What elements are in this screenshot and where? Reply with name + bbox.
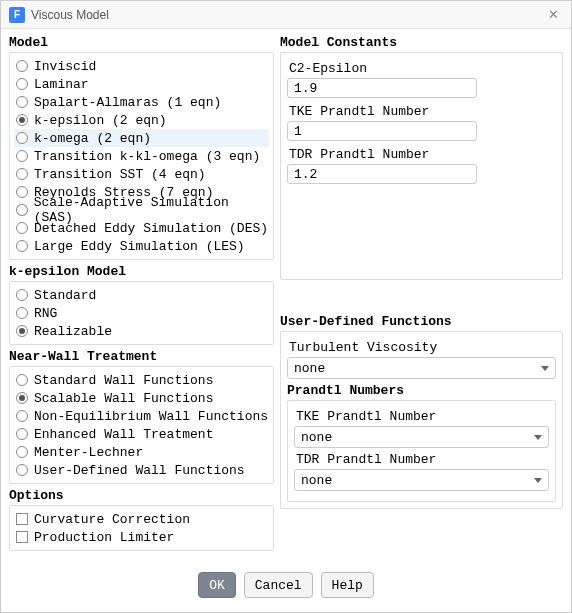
model-option[interactable]: Scale-Adaptive Simulation (SAS) <box>14 201 269 219</box>
nearwall-option-label: Scalable Wall Functions <box>34 391 213 406</box>
model-option[interactable]: k-omega (2 eqn) <box>14 129 269 147</box>
nearwall-option-label: User-Defined Wall Functions <box>34 463 245 478</box>
radio-icon <box>16 428 28 440</box>
checkbox-icon <box>16 531 28 543</box>
nearwall-options-box: Standard Wall FunctionsScalable Wall Fun… <box>9 366 274 484</box>
radio-icon <box>16 186 28 198</box>
cancel-button[interactable]: Cancel <box>244 572 313 598</box>
model-option-label: Laminar <box>34 77 89 92</box>
model-option[interactable]: Detached Eddy Simulation (DES) <box>14 219 269 237</box>
radio-icon <box>16 446 28 458</box>
constant-field-input[interactable] <box>287 164 477 184</box>
model-option[interactable]: Laminar <box>14 75 269 93</box>
radio-icon <box>16 240 28 252</box>
radio-icon <box>16 464 28 476</box>
dialog-body: Model InviscidLaminarSpalart-Allmaras (1… <box>1 29 571 562</box>
options-checkbox-label: Curvature Correction <box>34 512 190 527</box>
constant-field-label: TDR Prandtl Number <box>289 147 556 162</box>
window-title: Viscous Model <box>31 8 543 22</box>
app-icon: F <box>9 7 25 23</box>
kepsilon-option[interactable]: Realizable <box>14 322 269 340</box>
model-option[interactable]: Spalart-Allmaras (1 eqn) <box>14 93 269 111</box>
kepsilon-option[interactable]: Standard <box>14 286 269 304</box>
options-checkbox-label: Production Limiter <box>34 530 174 545</box>
options-group: Options Curvature CorrectionProduction L… <box>9 488 274 551</box>
radio-icon <box>16 222 28 234</box>
constants-group: Model Constants C2-EpsilonTKE Prandtl Nu… <box>280 35 563 280</box>
constants-box: C2-EpsilonTKE Prandtl NumberTDR Prandtl … <box>280 52 563 280</box>
prandtl-dropdown[interactable]: none <box>294 469 549 491</box>
radio-icon <box>16 392 28 404</box>
model-option-label: k-omega (2 eqn) <box>34 131 151 146</box>
options-checkbox-row[interactable]: Production Limiter <box>14 528 269 546</box>
model-option-label: Transition SST (4 eqn) <box>34 167 206 182</box>
nearwall-option[interactable]: Non-Equilibrium Wall Functions <box>14 407 269 425</box>
prandtl-inner-box: TKE Prandtl NumbernoneTDR Prandtl Number… <box>287 400 556 502</box>
model-group-title: Model <box>9 35 274 50</box>
radio-icon <box>16 168 28 180</box>
radio-icon <box>16 114 28 126</box>
nearwall-group-title: Near-Wall Treatment <box>9 349 274 364</box>
radio-icon <box>16 96 28 108</box>
constant-field-input[interactable] <box>287 78 477 98</box>
prandtl-dropdown[interactable]: none <box>294 426 549 448</box>
model-option[interactable]: Large Eddy Simulation (LES) <box>14 237 269 255</box>
chevron-down-icon <box>534 478 542 483</box>
model-option-label: Inviscid <box>34 59 96 74</box>
turbvisc-value: none <box>294 361 325 376</box>
constants-group-title: Model Constants <box>280 35 563 50</box>
radio-icon <box>16 325 28 337</box>
radio-icon <box>16 204 28 216</box>
kepsilon-option[interactable]: RNG <box>14 304 269 322</box>
model-option[interactable]: k-epsilon (2 eqn) <box>14 111 269 129</box>
radio-icon <box>16 150 28 162</box>
nearwall-option-label: Non-Equilibrium Wall Functions <box>34 409 268 424</box>
dialog-footer: OK Cancel Help <box>1 562 571 612</box>
help-button[interactable]: Help <box>321 572 374 598</box>
model-option[interactable]: Transition k-kl-omega (3 eqn) <box>14 147 269 165</box>
model-option-label: k-epsilon (2 eqn) <box>34 113 167 128</box>
left-column: Model InviscidLaminarSpalart-Allmaras (1… <box>9 35 274 562</box>
kepsilon-option-label: Standard <box>34 288 96 303</box>
nearwall-option[interactable]: Scalable Wall Functions <box>14 389 269 407</box>
kepsilon-options-box: StandardRNGRealizable <box>9 281 274 345</box>
titlebar: F Viscous Model ✕ <box>1 1 571 29</box>
model-option[interactable]: Inviscid <box>14 57 269 75</box>
udf-group: User-Defined Functions Turbulent Viscosi… <box>280 314 563 509</box>
nearwall-option[interactable]: Standard Wall Functions <box>14 371 269 389</box>
constant-field-label: TKE Prandtl Number <box>289 104 556 119</box>
model-group: Model InviscidLaminarSpalart-Allmaras (1… <box>9 35 274 260</box>
model-option-label: Transition k-kl-omega (3 eqn) <box>34 149 260 164</box>
model-options-box: InviscidLaminarSpalart-Allmaras (1 eqn)k… <box>9 52 274 260</box>
prandtl-subhead: Prandtl Numbers <box>287 383 556 398</box>
options-checkbox-row[interactable]: Curvature Correction <box>14 510 269 528</box>
nearwall-option[interactable]: Menter-Lechner <box>14 443 269 461</box>
turbvisc-dropdown[interactable]: none <box>287 357 556 379</box>
model-option[interactable]: Transition SST (4 eqn) <box>14 165 269 183</box>
options-box: Curvature CorrectionProduction Limiter <box>9 505 274 551</box>
close-icon[interactable]: ✕ <box>543 7 563 22</box>
radio-icon <box>16 78 28 90</box>
model-option-label: Large Eddy Simulation (LES) <box>34 239 245 254</box>
checkbox-icon <box>16 513 28 525</box>
chevron-down-icon <box>541 366 549 371</box>
nearwall-option-label: Enhanced Wall Treatment <box>34 427 213 442</box>
model-option-label: Detached Eddy Simulation (DES) <box>34 221 268 236</box>
ok-button[interactable]: OK <box>198 572 236 598</box>
model-option-label: Spalart-Allmaras (1 eqn) <box>34 95 221 110</box>
radio-icon <box>16 410 28 422</box>
nearwall-option-label: Menter-Lechner <box>34 445 143 460</box>
options-group-title: Options <box>9 488 274 503</box>
nearwall-option-label: Standard Wall Functions <box>34 373 213 388</box>
radio-icon <box>16 289 28 301</box>
radio-icon <box>16 132 28 144</box>
udf-box: Turbulent Viscosity none Prandtl Numbers… <box>280 331 563 509</box>
prandtl-dropdown-value: none <box>301 430 332 445</box>
right-column: Model Constants C2-EpsilonTKE Prandtl Nu… <box>280 35 563 562</box>
udf-group-title: User-Defined Functions <box>280 314 563 329</box>
radio-icon <box>16 60 28 72</box>
prandtl-field-label: TKE Prandtl Number <box>296 409 549 424</box>
constant-field-input[interactable] <box>287 121 477 141</box>
nearwall-option[interactable]: User-Defined Wall Functions <box>14 461 269 479</box>
nearwall-option[interactable]: Enhanced Wall Treatment <box>14 425 269 443</box>
